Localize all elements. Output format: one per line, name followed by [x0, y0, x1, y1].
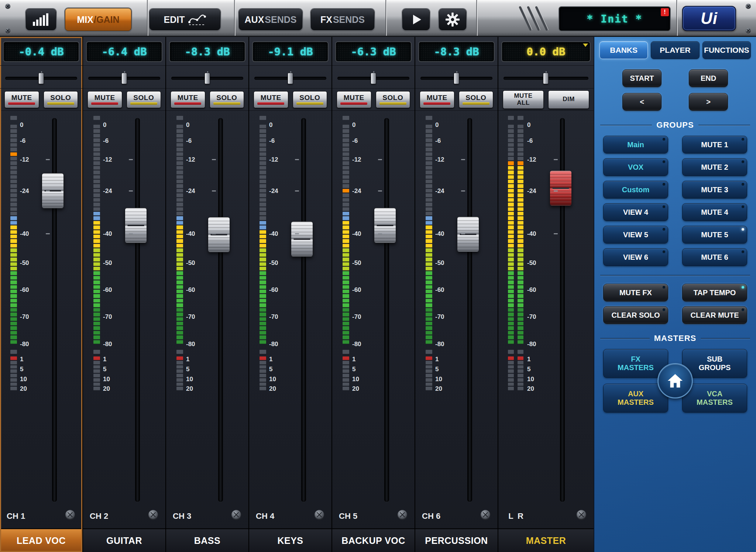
pan-thumb[interactable]	[38, 73, 44, 84]
meter-scale-label: -80	[186, 341, 203, 348]
player-start-button[interactable]: START	[622, 69, 662, 87]
meter-segment	[508, 129, 514, 133]
mute-button[interactable]: MUTE	[337, 91, 371, 108]
master-db-dropdown-arrow[interactable]	[583, 44, 588, 47]
meter-segment	[343, 193, 349, 197]
mute-all-button[interactable]: MUTE ALL	[503, 90, 544, 109]
master-fader-handle[interactable]	[550, 170, 572, 206]
pan-control[interactable]	[166, 66, 248, 89]
pan-thumb[interactable]	[371, 73, 376, 84]
fx-sends-button[interactable]: FXSENDS	[311, 9, 374, 30]
channel-name-label[interactable]: BASS	[166, 528, 248, 552]
right-channel-label: R	[518, 511, 523, 521]
meter-segment	[508, 125, 514, 128]
meter-segment	[426, 189, 432, 193]
aux-sends-button[interactable]: AUXSENDS	[239, 9, 302, 30]
fader-handle[interactable]	[457, 217, 479, 252]
tab-functions[interactable]: FUNCTIONS	[702, 41, 751, 59]
balance-thumb[interactable]	[543, 73, 549, 84]
group-button-view-4[interactable]: VIEW 4	[603, 203, 668, 221]
solo-button[interactable]: SOLO	[376, 91, 410, 108]
meter-segment	[176, 184, 183, 188]
masters-button-vca-masters[interactable]: VCA MASTERS	[682, 384, 747, 413]
meters-view-button[interactable]	[26, 9, 56, 30]
mute-button[interactable]: MUTE	[254, 91, 288, 108]
channel-name-label[interactable]: BACKUP VOC	[332, 528, 415, 552]
mute-button[interactable]: MUTE	[87, 91, 122, 108]
meter-scale-label: -70	[20, 313, 37, 321]
pan-control[interactable]	[83, 66, 165, 89]
group-button-view-6[interactable]: VIEW 6	[603, 248, 668, 266]
master-balance-control[interactable]	[498, 66, 594, 89]
masters-button-fx-masters[interactable]: FX MASTERS	[603, 349, 668, 378]
edit-button[interactable]: EDIT	[150, 9, 220, 30]
group-button-custom[interactable]: Custom	[603, 181, 668, 199]
meter-segment	[508, 340, 514, 344]
fader-track[interactable]	[301, 118, 306, 502]
player-next-button[interactable]: >	[689, 93, 728, 111]
mute-button[interactable]: MUTE	[4, 91, 39, 108]
action-button-tap-tempo[interactable]: TAP TEMPO	[682, 284, 747, 301]
pan-control[interactable]	[332, 66, 415, 89]
group-button-mute-3[interactable]: MUTE 3	[682, 181, 747, 199]
solo-button[interactable]: SOLO	[293, 91, 327, 108]
play-button[interactable]	[402, 9, 430, 30]
action-button-mute-fx[interactable]: MUTE FX	[603, 284, 668, 301]
group-button-mute-5[interactable]: MUTE 5	[682, 226, 747, 244]
group-button-mute-4[interactable]: MUTE 4	[682, 203, 747, 221]
mix-gain-button[interactable]: MIX/GAIN	[65, 8, 131, 31]
meter-scale-label: -70	[527, 313, 544, 321]
fader-handle[interactable]	[125, 208, 147, 243]
group-button-vox[interactable]: VOX	[603, 158, 668, 176]
ui-logo-text: Ui	[701, 9, 718, 28]
tab-banks[interactable]: BANKS	[599, 41, 648, 59]
masters-button-aux-masters[interactable]: AUX MASTERS	[603, 384, 668, 413]
solo-button[interactable]: SOLO	[210, 91, 244, 108]
solo-button[interactable]: SOLO	[127, 91, 161, 108]
pan-control[interactable]	[249, 66, 331, 89]
meter-segment	[343, 152, 349, 156]
mute-button[interactable]: MUTE	[420, 91, 454, 108]
group-button-main[interactable]: Main	[603, 136, 668, 153]
group-button-mute-6[interactable]: MUTE 6	[682, 248, 747, 266]
meter-segment	[93, 299, 100, 303]
settings-button[interactable]	[439, 9, 466, 30]
pan-thumb[interactable]	[288, 73, 293, 84]
fader-handle[interactable]	[42, 173, 64, 208]
player-end-button[interactable]: END	[689, 69, 728, 87]
solo-button[interactable]: SOLO	[459, 91, 494, 108]
meter-scale-label: 0	[20, 121, 37, 129]
channel-name-label[interactable]: LEAD VOC	[0, 528, 82, 552]
gr-meter-segment	[10, 374, 17, 377]
group-button-mute-1[interactable]: MUTE 1	[682, 136, 747, 153]
group-button-mute-2[interactable]: MUTE 2	[682, 158, 747, 176]
gr-meter-segment	[176, 369, 183, 373]
masters-button-sub-groups[interactable]: SUB GROUPS	[682, 349, 747, 378]
master-name-label[interactable]: MASTER	[498, 528, 594, 552]
channel-name-label[interactable]: KEYS	[249, 528, 331, 552]
fader-track[interactable]	[467, 118, 472, 502]
action-button-clear-solo[interactable]: CLEAR SOLO	[603, 306, 668, 324]
channel-name-label[interactable]: PERCUSSION	[415, 528, 498, 552]
tab-player[interactable]: PLAYER	[651, 41, 699, 59]
mute-button[interactable]: MUTE	[171, 91, 205, 108]
home-button[interactable]	[657, 363, 693, 399]
pan-control[interactable]	[0, 66, 82, 89]
fader-track[interactable]	[135, 118, 140, 502]
dim-button[interactable]: DIM	[548, 90, 589, 109]
group-button-view-5[interactable]: VIEW 5	[603, 226, 668, 244]
fader-track[interactable]	[218, 118, 223, 502]
fader-track[interactable]	[384, 118, 389, 502]
pan-control[interactable]	[415, 66, 498, 89]
show-display[interactable]: * Init * !	[559, 7, 670, 31]
pan-thumb[interactable]	[454, 73, 459, 84]
channel-name-label[interactable]: GUITAR	[83, 528, 165, 552]
fader-handle[interactable]	[374, 208, 396, 243]
solo-button[interactable]: SOLO	[44, 91, 78, 108]
player-prev-button[interactable]: <	[622, 93, 662, 111]
pan-thumb[interactable]	[205, 73, 210, 84]
action-button-clear-mute[interactable]: CLEAR MUTE	[682, 306, 747, 324]
fader-handle[interactable]	[291, 221, 313, 257]
pan-thumb[interactable]	[121, 73, 127, 84]
fader-handle[interactable]	[208, 217, 230, 252]
